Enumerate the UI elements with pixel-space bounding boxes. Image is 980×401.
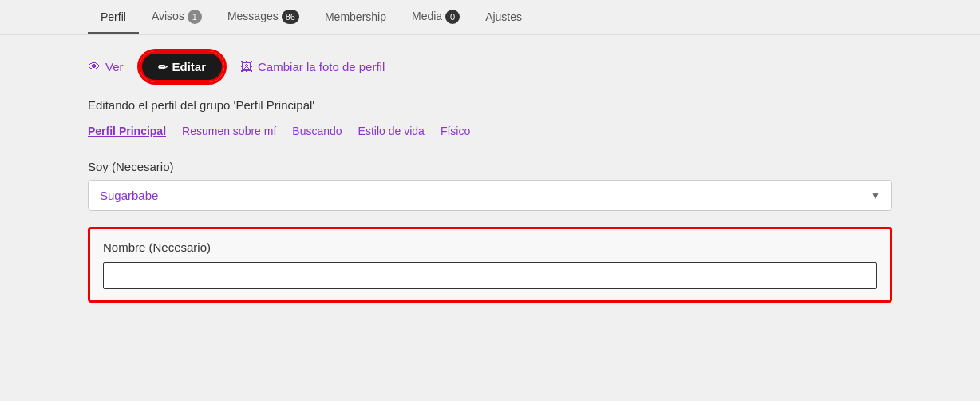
soy-field-section: Soy (Necesario) Sugarbabe ▼: [88, 160, 892, 211]
image-icon: 🖼: [240, 60, 253, 74]
profile-tabs: Perfil Principal Resumen sobre mí Buscan…: [88, 125, 892, 137]
soy-label: Soy (Necesario): [88, 160, 892, 173]
tab-bar: Perfil Avisos1 Messages86 Membership Med…: [0, 0, 980, 35]
profile-tab-fisico[interactable]: Físico: [441, 125, 470, 137]
tab-avisos[interactable]: Avisos1: [139, 0, 215, 34]
content-area: 👁 Ver ✏ Editar 🖼 Cambiar la foto de perf…: [0, 35, 980, 319]
cambiar-foto-button[interactable]: 🖼 Cambiar la foto de perfil: [240, 60, 385, 74]
nombre-section: Nombre (Necesario): [88, 227, 892, 303]
ver-button[interactable]: 👁 Ver: [88, 60, 124, 74]
dropdown-arrow-icon: ▼: [871, 190, 880, 201]
pencil-icon: ✏: [158, 61, 168, 73]
tab-media[interactable]: Media0: [399, 0, 472, 34]
tab-messages[interactable]: Messages86: [215, 0, 312, 34]
editar-button[interactable]: ✏ Editar: [140, 51, 225, 82]
page-container: Perfil Avisos1 Messages86 Membership Med…: [0, 0, 980, 401]
profile-tab-perfil-principal[interactable]: Perfil Principal: [88, 125, 166, 137]
action-buttons: 👁 Ver ✏ Editar 🖼 Cambiar la foto de perf…: [88, 51, 892, 82]
profile-tab-resumen[interactable]: Resumen sobre mí: [182, 125, 276, 137]
tab-membership[interactable]: Membership: [312, 1, 399, 33]
avisos-badge: 1: [188, 10, 202, 24]
nombre-label: Nombre (Necesario): [103, 240, 877, 254]
eye-icon: 👁: [88, 60, 101, 74]
editing-notice: Editando el perfil del grupo 'Perfil Pri…: [88, 98, 892, 112]
soy-select[interactable]: Sugarbabe ▼: [88, 180, 892, 211]
nombre-input[interactable]: [103, 262, 877, 289]
soy-value: Sugarbabe: [100, 189, 158, 202]
media-badge: 0: [445, 10, 460, 24]
tab-ajustes[interactable]: Ajustes: [472, 1, 535, 33]
messages-badge: 86: [282, 10, 299, 24]
tab-perfil[interactable]: Perfil: [88, 1, 139, 33]
soy-select-display[interactable]: Sugarbabe ▼: [89, 181, 891, 210]
profile-tab-estilo[interactable]: Estilo de vida: [358, 125, 425, 137]
profile-tab-buscando[interactable]: Buscando: [292, 125, 342, 137]
